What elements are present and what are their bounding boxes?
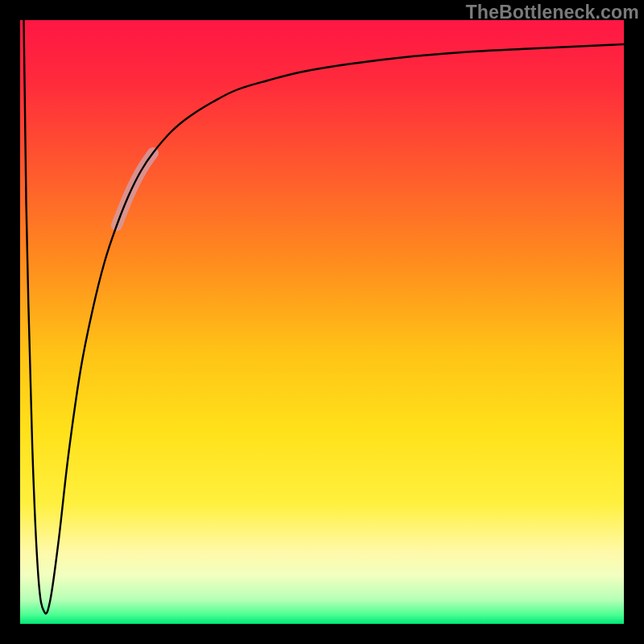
- plot-area: [20, 20, 624, 624]
- watermark-text: TheBottleneck.com: [465, 2, 639, 23]
- curve-highlight-segment: [117, 153, 153, 225]
- chart-frame: TheBottleneck.com: [0, 0, 644, 644]
- bottleneck-curve: [24, 20, 625, 613]
- curve-layer: [20, 20, 624, 624]
